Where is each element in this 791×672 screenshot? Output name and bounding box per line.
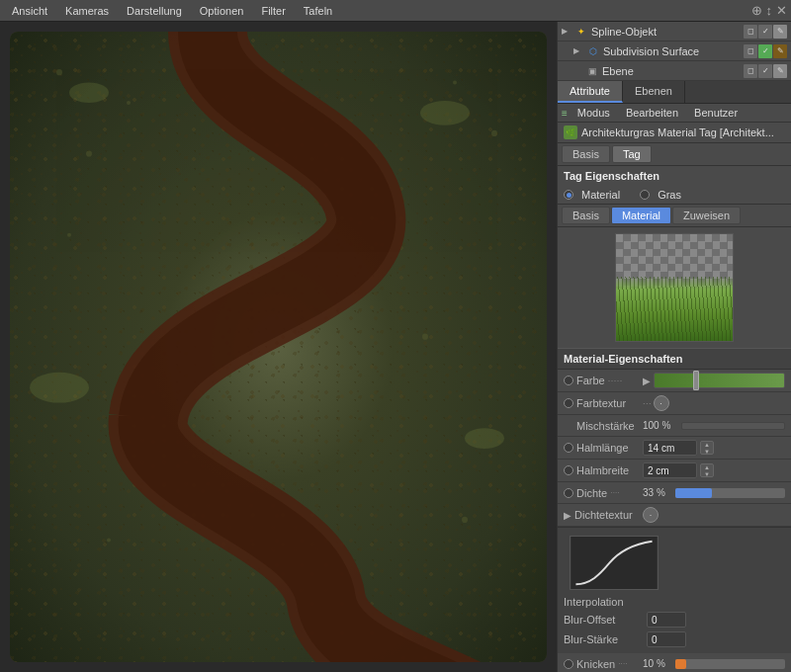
svg-point-12 (30, 373, 89, 403)
halmbreite-radio[interactable] (564, 465, 573, 475)
ebene-vis-btn[interactable]: ◻ (744, 64, 757, 78)
blur-offset-label: Blur-Offset (564, 614, 643, 626)
halmbreite-control: ▲ ▼ (643, 462, 785, 478)
close-icon[interactable]: ✕ (776, 3, 787, 18)
farbtextur-radio[interactable] (564, 398, 573, 408)
menu-darstellung[interactable]: Darstellung (119, 3, 190, 19)
svg-point-6 (67, 233, 71, 237)
attribute-ebenen-tabs: Attribute Ebenen (558, 81, 791, 104)
ebene-icon: ▣ (585, 64, 599, 78)
radio-material[interactable] (564, 190, 573, 200)
tab-basis[interactable]: Basis (562, 145, 610, 163)
farbe-color-bar[interactable] (654, 373, 785, 388)
farbtextur-dots: · · · (643, 398, 651, 408)
material-preview (615, 233, 734, 342)
mischstaerke-control: 100 % (643, 420, 785, 431)
farbe-handle[interactable] (693, 371, 699, 390)
halmlaenge-input[interactable] (643, 440, 697, 456)
tag-eigenschaften-header: Tag Eigenschaften (558, 166, 791, 186)
spline-extra-btn[interactable]: ✎ (773, 25, 787, 39)
halmlaenge-spinner[interactable]: ▲ ▼ (700, 441, 714, 455)
mischstaerke-slider[interactable] (681, 422, 785, 430)
tab-tag[interactable]: Tag (612, 145, 652, 163)
halmbreite-spinner[interactable]: ▲ ▼ (700, 463, 714, 477)
prop-farbe-row: Farbe · · · · · ▶ (558, 370, 791, 392)
blur-staerke-input[interactable] (647, 631, 686, 647)
tree-row-spline[interactable]: ▶ ✦ Spline-Objekt ◻ ✓ ✎ (558, 22, 791, 42)
blur-offset-input[interactable] (647, 612, 686, 628)
prop-farbtextur-row: Farbtextur · · · · (558, 392, 791, 415)
move-icon[interactable]: ⊕ (751, 3, 762, 18)
prop-dichte-row: Dichte · · · · 33 % (558, 482, 791, 504)
subdiv-vis-btn[interactable]: ◻ (744, 44, 757, 58)
svg-point-1 (56, 69, 62, 75)
knicken-radio[interactable] (564, 659, 573, 669)
btn-bearbeiten[interactable]: Bearbeiten (620, 106, 684, 120)
tab-ebenen[interactable]: Ebenen (623, 81, 685, 103)
tree-row-ebene[interactable]: ▣ Ebene ◻ ✓ ✎ (558, 61, 791, 81)
main-layout: ▶ ✦ Spline-Objekt ◻ ✓ ✎ ▶ ⬡ Subdivision … (0, 22, 791, 672)
btn-modus[interactable]: Modus (571, 106, 616, 120)
menu-tafeln[interactable]: Tafeln (296, 3, 340, 19)
knicken-slider-fill (675, 659, 686, 669)
svg-rect-14 (571, 537, 658, 589)
mode-icon: ≡ (562, 108, 568, 119)
tree-row-subdiv[interactable]: ▶ ⬡ Subdivision Surface ◻ ✓ ✎ (558, 42, 791, 61)
radio-gras[interactable] (640, 190, 650, 200)
dichte-slider[interactable] (675, 488, 785, 498)
dichtetextur-control: · (643, 507, 785, 523)
menu-filter[interactable]: Filter (253, 3, 293, 19)
tree-controls-spline: ◻ ✓ ✎ (744, 25, 787, 39)
halmbreite-input[interactable] (643, 462, 697, 478)
curve-svg (571, 537, 658, 589)
menu-kameras[interactable]: Kameras (57, 3, 117, 19)
knicken-slider[interactable] (675, 659, 785, 669)
spline-icon: ✦ (574, 25, 588, 39)
prop-dichtetextur-row: ▶ Dichtetextur · (558, 504, 791, 527)
object-tree: ▶ ✦ Spline-Objekt ◻ ✓ ✎ ▶ ⬡ Subdivision … (558, 22, 791, 81)
tab-attribute[interactable]: Attribute (558, 81, 623, 103)
interpolation-section: Interpolation Blur-Offset Blur-Stärke (558, 527, 791, 653)
farbe-label: Farbe · · · · · (564, 375, 643, 386)
tab-mat-basis[interactable]: Basis (562, 207, 610, 224)
subdiv-extra-btn[interactable]: ✎ (773, 44, 787, 58)
ebene-extra-btn[interactable]: ✎ (773, 64, 787, 78)
spline-vis-btn[interactable]: ◻ (744, 25, 757, 39)
farbe-expand-btn[interactable]: ▶ (643, 376, 651, 386)
dichtetextur-btn[interactable]: · (643, 507, 659, 523)
tag-header: 🌿 Architekturgras Material Tag [Architek… (558, 123, 791, 143)
curve-preview (570, 536, 659, 590)
tab-mat-material[interactable]: Material (611, 207, 671, 224)
farbe-radio[interactable] (564, 376, 573, 385)
dichtetextur-expand[interactable]: ▶ (564, 510, 571, 521)
menu-items: Ansicht Kameras Darstellung Optionen Fil… (4, 3, 340, 19)
farbtextur-btn[interactable]: · (654, 395, 669, 411)
menu-ansicht[interactable]: Ansicht (4, 3, 55, 19)
svg-point-8 (107, 538, 111, 542)
blur-staerke-label: Blur-Stärke (564, 633, 643, 645)
properties-panel[interactable]: Material-Eigenschaften Farbe · · · · · ▶ (558, 348, 791, 672)
viewport[interactable] (0, 22, 557, 672)
halmlaenge-label: Halmlänge (564, 442, 643, 454)
grass-preview (616, 277, 733, 341)
svg-point-10 (69, 82, 109, 103)
menu-optionen[interactable]: Optionen (192, 3, 252, 19)
scene-background (10, 32, 547, 662)
arrow-icon[interactable]: ↕ (766, 3, 773, 18)
tree-arrow-spline: ▶ (562, 27, 571, 36)
subdiv-lock-btn[interactable]: ✓ (758, 44, 772, 58)
knicken-value: 10 % (643, 658, 672, 669)
spline-lock-btn[interactable]: ✓ (758, 25, 772, 39)
interpolation-row: Interpolation (564, 594, 785, 610)
btn-benutzer[interactable]: Benutzer (688, 106, 744, 120)
tree-controls-ebene: ◻ ✓ ✎ (744, 64, 787, 78)
dichte-label: Dichte · · · · (564, 487, 643, 499)
dichte-radio[interactable] (564, 488, 573, 498)
basis-tag-tabs: Basis Tag (558, 143, 791, 166)
mischstaerke-label: Mischstärke (564, 420, 643, 432)
farbtextur-control: · · · · (643, 395, 785, 411)
tab-mat-zuweisen[interactable]: Zuweisen (672, 207, 741, 224)
ebene-lock-btn[interactable]: ✓ (758, 64, 772, 78)
scene-path-svg (10, 32, 547, 662)
halmlaenge-radio[interactable] (564, 443, 573, 453)
